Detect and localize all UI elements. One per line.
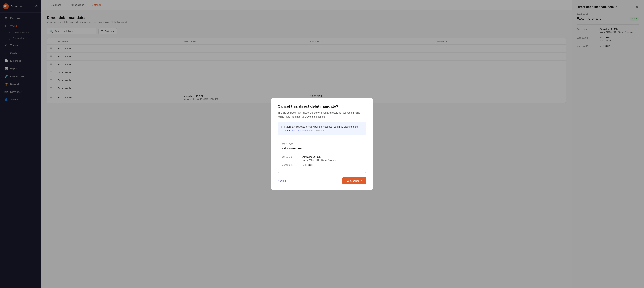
keep-button[interactable]: Keep it [278, 179, 286, 182]
info-icon: ℹ [281, 125, 282, 130]
modal-mandate-row: Mandate ID MTFKUI2e [282, 164, 362, 166]
account-activity-link[interactable]: Account activity [290, 129, 308, 132]
modal-setup-via-label: Set up via [282, 155, 302, 161]
modal-overlay: Cancel this direct debit mandate? This c… [0, 0, 644, 288]
modal-mandate-card: 2022-10-26 Fake merchant Set up via Airw… [278, 139, 366, 173]
cancel-modal: Cancel this direct debit mandate? This c… [271, 98, 373, 190]
modal-actions: Keep it Yes, cancel it [278, 177, 366, 184]
modal-info-box: ℹ If there are payouts already being pro… [278, 122, 366, 136]
info-text: If there are payouts already being proce… [284, 125, 363, 133]
modal-card-divider [282, 153, 362, 153]
yes-cancel-button[interactable]: Yes, cancel it [342, 177, 366, 184]
modal-card-merchant: Fake merchant [282, 147, 362, 150]
modal-subtitle: This cancellation may impact the service… [278, 111, 366, 119]
modal-mandate-value: MTFKUI2e [302, 164, 314, 166]
modal-setup-via-value: Airwallex UK GBP ●●●● 2483 · GBP Global … [302, 155, 336, 161]
modal-mandate-label: Mandate ID [282, 164, 302, 166]
modal-setup-via-row: Set up via Airwallex UK GBP ●●●● 2483 · … [282, 155, 362, 161]
modal-card-date: 2022-10-26 [282, 143, 362, 146]
modal-title: Cancel this direct debit mandate? [278, 104, 366, 109]
